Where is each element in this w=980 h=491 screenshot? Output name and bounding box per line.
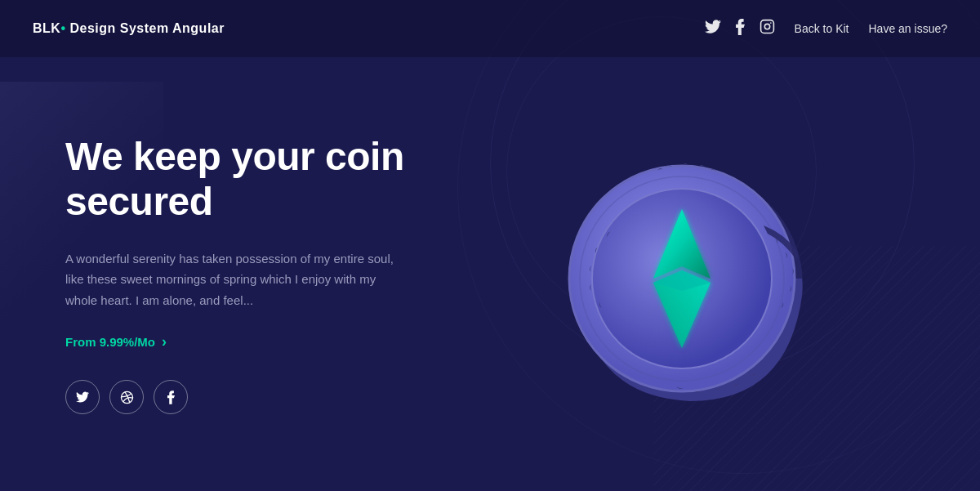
hero-description: A wonderful serenity has taken possessio… bbox=[65, 248, 408, 311]
hero-social-buttons bbox=[65, 380, 506, 414]
nav-right-section: Back to Kit Have an issue? bbox=[705, 19, 947, 39]
facebook-social-btn[interactable] bbox=[154, 380, 188, 414]
hero-title: We keep your coin secured bbox=[65, 134, 506, 224]
ethereum-coin-svg bbox=[531, 127, 825, 422]
dribbble-social-btn[interactable] bbox=[109, 380, 144, 414]
svg-rect-0 bbox=[760, 20, 773, 33]
hero-title-line1: We keep your coin bbox=[65, 135, 404, 178]
brand-logo[interactable]: BLK• Design System Angular bbox=[33, 21, 225, 36]
twitter-social-btn[interactable] bbox=[65, 380, 100, 414]
hero-content: We keep your coin secured A wonderful se… bbox=[65, 134, 506, 415]
hero-coin-illustration bbox=[506, 103, 849, 446]
hero-title-line2: secured bbox=[65, 180, 213, 223]
hero-cta-link[interactable]: From 9.99%/Mo › bbox=[65, 333, 506, 350]
twitter-nav-icon[interactable] bbox=[705, 20, 721, 38]
svg-point-2 bbox=[770, 22, 772, 24]
nav-social-icons bbox=[705, 19, 775, 39]
hero-cta-text: From 9.99%/Mo bbox=[65, 335, 155, 349]
hero-section: We keep your coin secured A wonderful se… bbox=[0, 57, 980, 491]
nav-links: Back to Kit Have an issue? bbox=[795, 22, 947, 35]
navbar: BLK• Design System Angular bbox=[0, 0, 980, 57]
svg-point-1 bbox=[764, 24, 769, 29]
have-an-issue-link[interactable]: Have an issue? bbox=[868, 22, 947, 35]
instagram-nav-icon[interactable] bbox=[760, 19, 775, 38]
brand-text-suffix: Design System Angular bbox=[66, 21, 225, 35]
back-to-kit-link[interactable]: Back to Kit bbox=[795, 22, 849, 35]
cta-arrow-icon: › bbox=[162, 333, 167, 350]
facebook-nav-icon[interactable] bbox=[736, 19, 745, 39]
brand-text-blk: BLK bbox=[33, 21, 60, 35]
